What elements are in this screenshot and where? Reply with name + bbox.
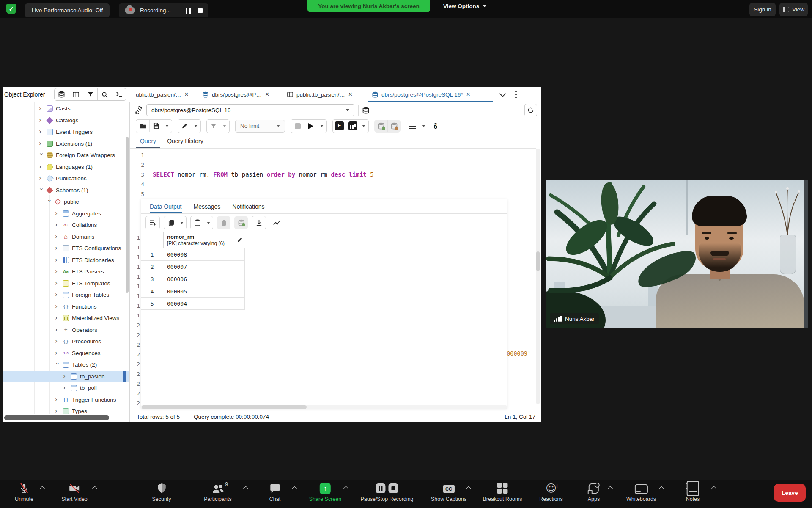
toolbar-notes[interactable]: Notes [686, 483, 700, 502]
tree-item-aggregates[interactable]: Aggregates [3, 208, 129, 220]
tree-item-fts-templates[interactable]: FTS Templates [3, 278, 129, 290]
tree-item-schemas[interactable]: Schemas (1) [3, 185, 129, 196]
tab-data-output[interactable]: Data Output [150, 199, 182, 213]
tree-item-procedures[interactable]: Procedures [3, 336, 129, 348]
chevron-right-icon[interactable] [55, 246, 60, 251]
tree-item-languages[interactable]: Languages (1) [3, 161, 129, 173]
chevron-up-icon[interactable] [466, 486, 472, 492]
tab-query-tool-active[interactable]: dbrs/postgres@PostgreSQL 16* × [368, 87, 493, 102]
chevron-right-icon[interactable] [55, 269, 60, 274]
tree-item-trigger-functions[interactable]: Trigger Functions [3, 394, 129, 406]
chevron-up-icon[interactable] [343, 486, 349, 492]
chevron-up-icon[interactable] [243, 486, 249, 492]
chevron-right-icon[interactable] [55, 235, 60, 239]
chevron-right-icon[interactable] [39, 130, 44, 134]
delete-rows-icon[interactable] [217, 217, 230, 229]
tab-tb-pasien-view-1[interactable]: ublic.tb_pasien/… × [132, 87, 198, 102]
tree-item-fts-parsers[interactable]: FTS Parsers [3, 266, 129, 278]
chevron-right-icon[interactable] [55, 293, 60, 297]
search-icon[interactable] [97, 88, 112, 100]
tab-query-tool-1[interactable]: dbrs/postgres@P… × [198, 87, 283, 102]
view-button[interactable]: View [779, 3, 808, 16]
chevron-down-icon[interactable] [39, 188, 44, 193]
toolbar-apps[interactable]: Apps [588, 483, 600, 502]
tree-item-publications[interactable]: Publications [3, 173, 129, 185]
commit-icon[interactable] [374, 120, 387, 132]
tab-menu-kebab-icon[interactable] [515, 94, 517, 95]
edit-pencil-icon[interactable] [237, 237, 243, 243]
tree-item-collations[interactable]: Collations [3, 219, 129, 231]
tree-item-extensions[interactable]: Extensions (1) [3, 138, 129, 150]
chevron-up-icon[interactable] [291, 486, 297, 492]
graph-visualiser-icon[interactable] [270, 217, 283, 229]
tree-item-public-schema[interactable]: public [3, 196, 129, 208]
execute-options-chevron-icon[interactable] [317, 120, 326, 132]
toolbar-whiteboards[interactable]: Whiteboards [626, 483, 656, 502]
chevron-right-icon[interactable] [39, 118, 44, 123]
chevron-right-icon[interactable] [55, 339, 60, 344]
toolbar-start-video[interactable]: Start Video [61, 483, 88, 502]
chevron-right-icon[interactable] [55, 351, 60, 356]
execute-icon[interactable] [304, 120, 317, 132]
chevron-right-icon[interactable] [55, 304, 60, 309]
chevron-right-icon[interactable] [39, 176, 44, 181]
chevron-right-icon[interactable] [55, 328, 60, 332]
sql-editor[interactable]: 1 2 3 4 5 SELECT nomor_rm, FROM tb_pasie… [130, 149, 535, 199]
chevron-right-icon[interactable] [55, 211, 60, 216]
chevron-down-icon[interactable] [47, 199, 52, 204]
tab-query-history[interactable]: Query History [163, 134, 208, 148]
chevron-up-icon[interactable] [711, 486, 717, 492]
tree-item-functions[interactable]: Functions [3, 301, 129, 313]
explain-icon[interactable] [333, 120, 346, 132]
stop-recording-icon[interactable] [198, 8, 203, 13]
chevron-right-icon[interactable] [39, 106, 44, 111]
tree-item-tables[interactable]: Tables (2) [3, 359, 129, 371]
psql-terminal-icon[interactable] [112, 88, 126, 100]
toolbar-security[interactable]: Security [152, 483, 171, 502]
pause-recording-icon[interactable] [376, 483, 386, 493]
edit-options-chevron-icon[interactable] [191, 120, 200, 132]
refresh-layout-button[interactable] [524, 104, 537, 116]
add-row-icon[interactable] [146, 217, 159, 229]
editor-vertical-scrollbar-track[interactable] [536, 149, 540, 404]
filter-table-icon[interactable] [83, 88, 97, 100]
editor-scrollbar-thumb[interactable] [536, 251, 540, 271]
leave-button[interactable]: Leave [774, 484, 806, 502]
close-icon[interactable]: × [466, 91, 470, 98]
open-file-icon[interactable] [136, 120, 149, 132]
panel-scrollbar-thumb[interactable] [142, 405, 307, 409]
tree-item-fts-configurations[interactable]: FTS Configurations [3, 243, 129, 254]
tab-notifications[interactable]: Notifications [232, 199, 264, 213]
explain-analyze-icon[interactable] [346, 120, 359, 132]
chevron-right-icon[interactable] [39, 165, 44, 169]
chevron-up-icon[interactable] [39, 486, 45, 492]
toolbar-unmute[interactable]: Unmute [15, 483, 33, 502]
copy-options-chevron-icon[interactable] [178, 217, 186, 229]
column-header-nomor-rm[interactable]: nomor_rm [PK] character varying (6) [164, 232, 245, 248]
tree-horizontal-scrollbar[interactable] [4, 415, 109, 420]
participant-video[interactable]: Nuris Akbar [546, 180, 808, 328]
explain-options-chevron-icon[interactable] [359, 120, 368, 132]
edit-icon[interactable] [178, 120, 191, 132]
toolbar-share-screen[interactable]: Share Screen [309, 483, 341, 502]
tree-item-tb-pasien[interactable]: tb_pasien [3, 371, 129, 383]
stop-icon[interactable] [291, 120, 304, 132]
pause-recording-icon[interactable] [186, 8, 191, 14]
toolbar-pause-stop-recording[interactable]: Pause/Stop Recording [360, 483, 413, 502]
tree-item-operators[interactable]: Operators [3, 324, 129, 336]
chevron-right-icon[interactable] [55, 398, 60, 402]
help-icon[interactable] [434, 121, 437, 130]
tree-item-sequences[interactable]: Sequences [3, 348, 129, 359]
tree-item-domains[interactable]: Domains [3, 231, 129, 243]
paste-options-chevron-icon[interactable] [204, 217, 213, 229]
chevron-right-icon[interactable] [55, 281, 60, 286]
save-options-chevron-icon[interactable] [162, 120, 172, 132]
tab-messages[interactable]: Messages [194, 199, 221, 213]
chevron-right-icon[interactable] [63, 374, 68, 379]
tree-item-materialized-views[interactable]: Materialized Views [3, 312, 129, 324]
tab-tb-pasien-view-2[interactable]: public.tb_pasien/… × [283, 87, 368, 102]
filter-options-chevron-icon[interactable] [220, 120, 229, 132]
copy-icon[interactable] [164, 217, 178, 229]
chevron-right-icon[interactable] [63, 386, 68, 390]
chevron-up-icon[interactable] [658, 486, 664, 492]
